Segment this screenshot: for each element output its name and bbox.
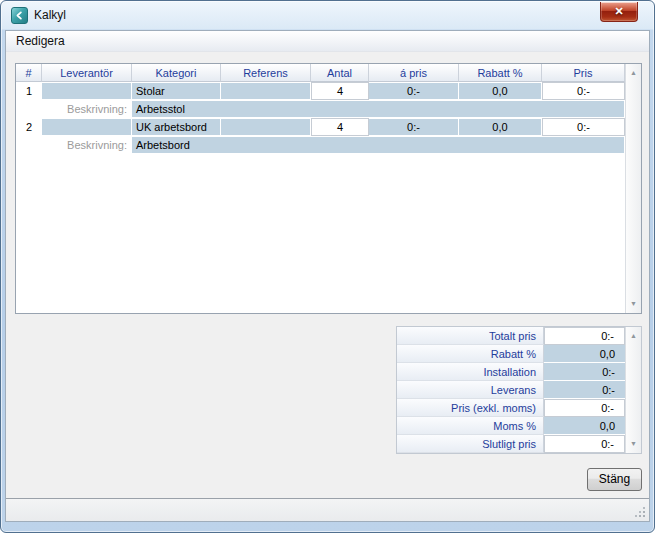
leverans-label: Leverans [397, 381, 544, 399]
scroll-up-icon[interactable]: ▲ [626, 331, 641, 341]
totals-scrollbar[interactable]: ▲ ▼ [625, 327, 641, 453]
beskrivning-value: Arbetsbord [132, 136, 625, 154]
installation-label: Installation [397, 363, 544, 381]
col-header-kategori: Kategori [132, 64, 221, 82]
col-header-antal: Antal [311, 64, 369, 82]
col-header-leverantor: Leverantör [42, 64, 132, 82]
scroll-down-icon[interactable]: ▼ [626, 299, 641, 309]
col-header-apris: á pris [369, 64, 459, 82]
slutligt-pris-label: Slutligt pris [397, 435, 544, 453]
menu-redigera[interactable]: Redigera [9, 31, 72, 51]
close-window-button[interactable]: ✕ [600, 2, 638, 22]
rabatt-cell: 0,0 [459, 118, 542, 136]
antal-input[interactable]: 4 [311, 118, 369, 136]
totals-grid: Totalt pris 0:- Rabatt % 0,0 Installatio… [397, 327, 625, 453]
totalt-pris-input[interactable]: 0:- [544, 327, 625, 345]
kategori-cell: UK arbetsbord [132, 118, 221, 136]
col-header-referens: Referens [221, 64, 311, 82]
kategori-cell: Stolar [132, 82, 221, 100]
window-title: Kalkyl [34, 8, 66, 22]
beskrivning-label: Beskrivning: [16, 100, 132, 118]
col-header-rabatt: Rabatt % [459, 64, 542, 82]
close-icon: ✕ [614, 5, 623, 17]
apris-cell: 0:- [369, 82, 459, 100]
pris-exkl-moms-input[interactable]: 0:- [544, 399, 625, 417]
scroll-down-icon[interactable]: ▼ [626, 439, 641, 449]
moms-value: 0,0 [544, 417, 625, 435]
menu-bar: Redigera [6, 31, 649, 52]
referens-cell [221, 82, 311, 100]
pris-input[interactable]: 0:- [542, 82, 625, 100]
pris-input[interactable]: 0:- [542, 118, 625, 136]
rabatt-value: 0,0 [544, 345, 625, 363]
leverantor-cell [42, 118, 132, 136]
resize-grip[interactable] [634, 506, 646, 518]
status-bar [6, 498, 649, 521]
beskrivning-value: Arbetsstol [132, 100, 625, 118]
line-items-grid: # Leverantör Kategori Referens Antal á p… [16, 64, 625, 154]
apris-cell: 0:- [369, 118, 459, 136]
moms-label: Moms % [397, 417, 544, 435]
row-number: 2 [16, 118, 42, 136]
rabatt-cell: 0,0 [459, 82, 542, 100]
scroll-up-icon[interactable]: ▲ [626, 68, 641, 78]
pris-exkl-moms-label: Pris (exkl. moms) [397, 399, 544, 417]
row-number: 1 [16, 82, 42, 100]
stang-button[interactable]: Stäng [587, 468, 642, 491]
dialog-window: Kalkyl ✕ Redigera # Leverantör Kategori … [0, 0, 655, 533]
col-header-pris: Pris [542, 64, 625, 82]
back-arrow-icon [11, 7, 28, 24]
referens-cell [221, 118, 311, 136]
antal-input[interactable]: 4 [311, 82, 369, 100]
line-items-table: # Leverantör Kategori Referens Antal á p… [15, 63, 642, 314]
beskrivning-label: Beskrivning: [16, 136, 132, 154]
slutligt-pris-input[interactable]: 0:- [544, 435, 625, 453]
table-scrollbar[interactable]: ▲ ▼ [625, 64, 641, 313]
installation-value: 0:- [544, 363, 625, 381]
totals-panel: Totalt pris 0:- Rabatt % 0,0 Installatio… [396, 326, 642, 454]
title-bar: Kalkyl ✕ [1, 1, 654, 30]
rabatt-label: Rabatt % [397, 345, 544, 363]
leverantor-cell [42, 82, 132, 100]
totalt-pris-label: Totalt pris [397, 327, 544, 345]
col-header-num: # [16, 64, 42, 82]
leverans-value: 0:- [544, 381, 625, 399]
dialog-client-area: Redigera # Leverantör Kategori Referens … [5, 30, 650, 522]
